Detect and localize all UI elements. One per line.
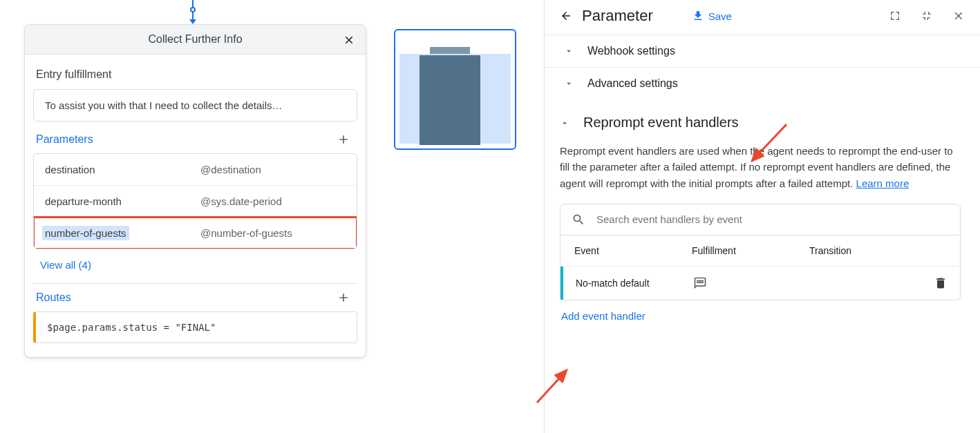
reprompt-description: Reprompt event handlers are used when th…	[560, 143, 961, 191]
advanced-settings-section[interactable]: Advanced settings	[545, 68, 980, 99]
parameter-panel: Parameter Save Webhook	[544, 0, 980, 433]
handler-row[interactable]: No-match default	[560, 267, 960, 300]
search-input[interactable]	[596, 213, 949, 225]
parameter-type: @destination	[200, 164, 261, 175]
minimap-thumbnail[interactable]	[394, 29, 516, 150]
reprompt-section-header[interactable]: Reprompt event handlers	[560, 115, 961, 131]
handler-fulfillment-icon	[693, 276, 811, 290]
parameter-row[interactable]: departure-month @sys.date-period	[34, 186, 357, 218]
learn-more-link[interactable]: Learn more	[856, 177, 910, 189]
save-label: Save	[708, 10, 732, 22]
parameter-name: number-of-guests	[42, 226, 129, 240]
col-fulfillment: Fulfillment	[692, 245, 809, 256]
flow-connector	[192, 0, 194, 19]
save-button[interactable]: Save	[692, 10, 732, 22]
add-parameter-button[interactable]	[332, 133, 355, 146]
entry-fulfillment-label: Entry fulfillment	[36, 68, 355, 81]
fullscreen-icon[interactable]	[889, 10, 901, 22]
flow-page-card: Collect Further Info Entry fulfillment T…	[24, 24, 366, 358]
exit-fullscreen-icon[interactable]	[921, 10, 933, 22]
routes-section-label[interactable]: Routes	[36, 291, 71, 304]
panel-title: Parameter	[582, 7, 653, 25]
parameter-name: destination	[45, 164, 200, 175]
chevron-down-icon	[564, 46, 575, 56]
parameter-type: @number-of-guests	[200, 227, 292, 239]
chevron-down-icon	[564, 79, 575, 88]
close-icon[interactable]	[339, 30, 359, 50]
flow-canvas[interactable]: Collect Further Info Entry fulfillment T…	[0, 0, 544, 433]
view-all-link[interactable]: View all (4)	[40, 259, 350, 271]
parameter-row[interactable]: destination @destination	[34, 154, 357, 186]
route-condition[interactable]: $page.params.status = "FINAL"	[33, 311, 357, 343]
parameter-type: @sys.date-period	[200, 195, 282, 207]
reprompt-title: Reprompt event handlers	[583, 115, 739, 131]
close-panel-icon[interactable]	[952, 10, 965, 22]
search-icon	[572, 213, 585, 227]
col-transition: Transition	[809, 245, 946, 256]
parameter-row-selected[interactable]: number-of-guests @number-of-guests	[34, 218, 357, 249]
handler-search[interactable]	[560, 204, 961, 235]
delete-handler-icon[interactable]	[934, 276, 948, 290]
parameters-section-label[interactable]: Parameters	[36, 133, 93, 146]
webhook-settings-section[interactable]: Webhook settings	[545, 35, 980, 68]
add-route-button[interactable]	[332, 291, 355, 305]
add-event-handler-button[interactable]: Add event handler	[561, 310, 959, 322]
chevron-up-icon	[560, 118, 571, 128]
entry-fulfillment-text[interactable]: To assist you with that I need to collec…	[33, 89, 357, 122]
handler-event: No-match default	[576, 278, 693, 289]
parameter-list: destination @destination departure-month…	[33, 153, 357, 249]
event-handlers-table: Event Fulfillment Transition No-match de…	[560, 235, 961, 300]
webhook-settings-label: Webhook settings	[587, 45, 675, 57]
col-event: Event	[574, 245, 692, 256]
advanced-settings-label: Advanced settings	[587, 77, 678, 90]
back-arrow-icon[interactable]	[560, 10, 572, 22]
parameter-name: departure-month	[45, 195, 200, 207]
flow-card-title: Collect Further Info	[148, 33, 242, 46]
flow-card-header: Collect Further Info	[25, 25, 366, 55]
